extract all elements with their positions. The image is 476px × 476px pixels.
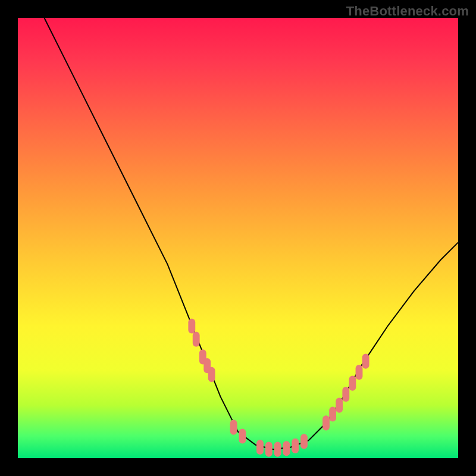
bottleneck-curve <box>44 18 458 449</box>
data-marker <box>356 365 363 380</box>
data-marker <box>239 428 246 443</box>
watermark-text: TheBottleneck.com <box>346 4 469 19</box>
data-marker <box>256 440 264 455</box>
data-marker <box>322 415 330 430</box>
marker-group <box>188 318 369 456</box>
data-marker <box>274 442 281 457</box>
data-marker <box>292 439 299 453</box>
data-marker <box>230 420 237 435</box>
data-marker <box>300 434 308 449</box>
data-marker <box>362 354 369 369</box>
plot-area <box>18 18 458 458</box>
data-marker <box>265 442 273 457</box>
data-marker <box>283 441 290 456</box>
data-marker <box>329 406 336 421</box>
data-marker <box>193 332 200 347</box>
chart-svg <box>18 18 458 458</box>
data-marker <box>188 318 195 333</box>
data-marker <box>349 376 356 391</box>
data-marker <box>336 398 343 413</box>
data-marker <box>208 367 215 382</box>
data-marker <box>342 387 349 402</box>
chart-frame: TheBottleneck.com <box>0 0 476 476</box>
